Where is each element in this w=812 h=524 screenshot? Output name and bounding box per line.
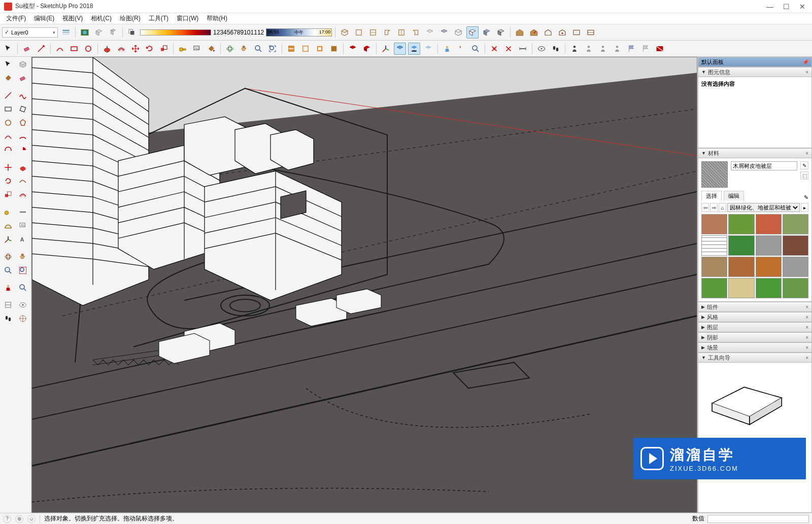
scale-tool-button[interactable] <box>158 43 170 55</box>
view-left-button[interactable] <box>410 26 422 39</box>
menu-window[interactable]: 窗口(W) <box>173 13 202 24</box>
menu-help[interactable]: 帮助(H) <box>202 13 231 24</box>
offset-tool-button[interactable] <box>115 43 127 55</box>
view-iso-button[interactable] <box>339 26 351 39</box>
section-fill-button[interactable] <box>328 43 340 55</box>
solid-intersect-button[interactable] <box>107 26 119 39</box>
dimension-tool[interactable] <box>16 205 30 219</box>
warehouse-share-button[interactable] <box>528 26 540 39</box>
view-front-button[interactable] <box>367 26 379 39</box>
nav-back-button[interactable]: ⇦ <box>701 203 709 212</box>
material-swatch[interactable] <box>756 214 782 234</box>
material-swatch[interactable] <box>783 235 808 256</box>
menu-draw[interactable]: 绘图(R) <box>116 13 145 24</box>
close-button[interactable]: ✕ <box>799 3 806 10</box>
line-tool[interactable] <box>1 89 15 102</box>
axes-toggle-button[interactable] <box>380 43 392 55</box>
material-library-select[interactable]: 园林绿化、地被层和植被 <box>727 203 800 212</box>
menu-camera[interactable]: 相机(C) <box>87 13 116 24</box>
text-tool-button[interactable]: A1 <box>191 43 203 55</box>
tray-pin-icon[interactable]: 📌 <box>802 59 808 65</box>
shadows-toggle-button[interactable] <box>408 43 420 55</box>
walk-tool-button[interactable] <box>455 43 467 55</box>
3point-arc-tool[interactable] <box>1 144 15 157</box>
paint-bucket-button[interactable] <box>205 43 217 55</box>
material-swatch[interactable] <box>728 235 754 256</box>
tape-measure-button[interactable] <box>177 43 189 55</box>
move-tool-button[interactable] <box>129 43 142 55</box>
material-swatch[interactable] <box>728 278 754 298</box>
guides-toggle-button[interactable] <box>394 43 406 55</box>
panel-styles-header[interactable]: ▶风格× <box>698 312 812 322</box>
material-swatch[interactable] <box>728 214 754 234</box>
section-cut-button[interactable] <box>314 43 326 55</box>
nav-home-button[interactable]: ⌂ <box>719 203 726 212</box>
close-icon[interactable]: × <box>805 315 808 320</box>
sandbox-tool[interactable] <box>16 312 30 325</box>
panel-components-header[interactable]: ▶组件× <box>698 302 812 312</box>
material-swatch[interactable] <box>701 235 727 256</box>
map-button[interactable] <box>79 26 91 39</box>
material-swatch[interactable] <box>783 214 808 234</box>
tray-title[interactable]: 默认面板 📌 <box>698 57 812 67</box>
zoom-window-tool[interactable] <box>16 281 30 294</box>
view-top-button[interactable] <box>353 26 365 39</box>
flag-button[interactable] <box>625 43 637 55</box>
axes-tool[interactable] <box>1 233 15 246</box>
create-material-button[interactable]: ✎ <box>800 161 808 169</box>
lookaround-button[interactable] <box>469 43 482 55</box>
value-input[interactable] <box>707 515 809 523</box>
warehouse-models-button[interactable] <box>542 26 554 39</box>
nav-fwd-button[interactable]: ⇨ <box>710 203 718 212</box>
style-backedges-button[interactable] <box>438 26 450 39</box>
time-slider[interactable]: 06:55 中午 17:00 <box>266 28 332 37</box>
record-person3-button[interactable] <box>597 43 609 55</box>
material-swatch[interactable] <box>756 278 782 298</box>
close-icon[interactable]: × <box>805 325 808 330</box>
panel-shadows-header[interactable]: ▶阴影× <box>698 332 812 342</box>
materials-tab-edit[interactable]: 编辑 <box>724 191 744 201</box>
3dtext-tool[interactable]: A <box>16 233 30 246</box>
panel-layers-header[interactable]: ▶图层× <box>698 322 812 332</box>
zoom-extents-button[interactable] <box>266 43 279 55</box>
material-swatch[interactable] <box>701 278 727 298</box>
bug-button[interactable] <box>654 43 666 55</box>
warehouse-button[interactable] <box>514 26 526 39</box>
material-swatch[interactable] <box>756 235 782 256</box>
style-xray-button[interactable] <box>424 26 436 39</box>
eraser-tool-button[interactable] <box>21 43 33 55</box>
menu-view[interactable]: 视图(V) <box>58 13 87 24</box>
material-name-input[interactable] <box>731 161 797 170</box>
close-icon[interactable]: × <box>805 355 808 361</box>
menu-edit[interactable]: 编辑(E) <box>30 13 58 24</box>
look-tool[interactable] <box>16 298 30 311</box>
protractor-tool[interactable] <box>1 219 15 232</box>
arc-tool[interactable] <box>1 130 15 143</box>
style-monochrome-button[interactable] <box>495 26 507 39</box>
material-preview-swatch[interactable] <box>701 161 728 188</box>
rectangle-tool[interactable] <box>1 102 15 116</box>
scale-tool[interactable] <box>1 188 15 201</box>
material-swatch[interactable] <box>701 257 727 277</box>
select-tool[interactable] <box>1 58 15 71</box>
close-icon[interactable]: × <box>805 335 808 340</box>
dimension-button[interactable] <box>517 43 529 55</box>
extension-manager-button[interactable] <box>570 26 583 39</box>
section-display-button[interactable] <box>299 43 312 55</box>
walk-footprints-tool[interactable] <box>1 312 15 325</box>
menu-tools[interactable]: 工具(T) <box>145 13 173 24</box>
view-back-button[interactable] <box>395 26 408 39</box>
orbit-tool[interactable] <box>1 250 15 263</box>
layer-combo[interactable]: ✓ Layer0 ▾ <box>2 27 58 38</box>
line-tool-button[interactable] <box>35 43 47 55</box>
pan-tool-button[interactable] <box>238 43 250 55</box>
eyedropper-button[interactable]: ✎ <box>804 194 808 201</box>
help-icon[interactable]: ? <box>3 515 11 523</box>
circle-tool[interactable] <box>1 116 15 129</box>
zoom-extents-tool[interactable] <box>16 264 30 277</box>
position-camera-button[interactable] <box>441 43 453 55</box>
sample-material-button[interactable]: ⬚ <box>800 171 808 180</box>
lookaround-eye-button[interactable] <box>535 43 548 55</box>
warehouse-ext-button[interactable] <box>556 26 568 39</box>
style-shaded-button[interactable] <box>481 26 493 39</box>
